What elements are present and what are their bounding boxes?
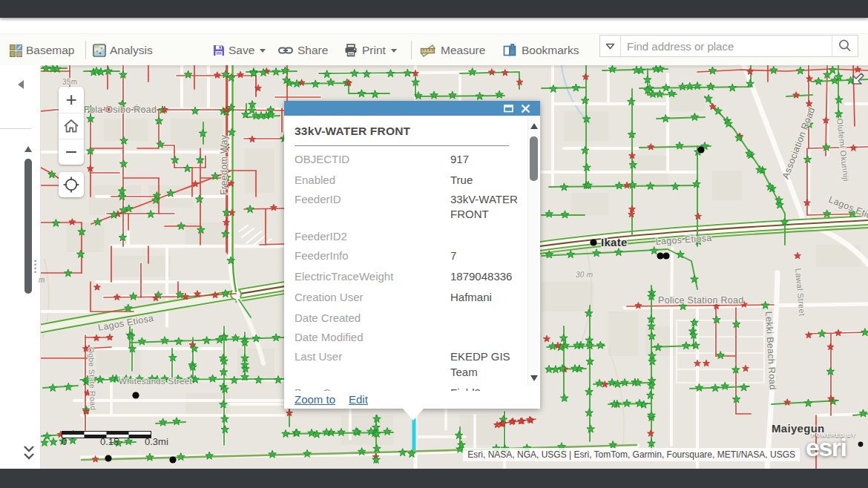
- svg-text:Police Station Road: Police Station Road: [658, 295, 744, 306]
- svg-text:35m: 35m: [62, 78, 77, 86]
- svg-text:Fola Osibo Road: Fola Osibo Road: [84, 105, 157, 115]
- svg-text:Freedom Way: Freedom Way: [219, 134, 229, 195]
- svg-text:Ikate: Ikate: [601, 236, 628, 248]
- svg-text:Whitesands Street: Whitesands Street: [119, 377, 193, 386]
- svg-text:30 m: 30 m: [576, 271, 593, 279]
